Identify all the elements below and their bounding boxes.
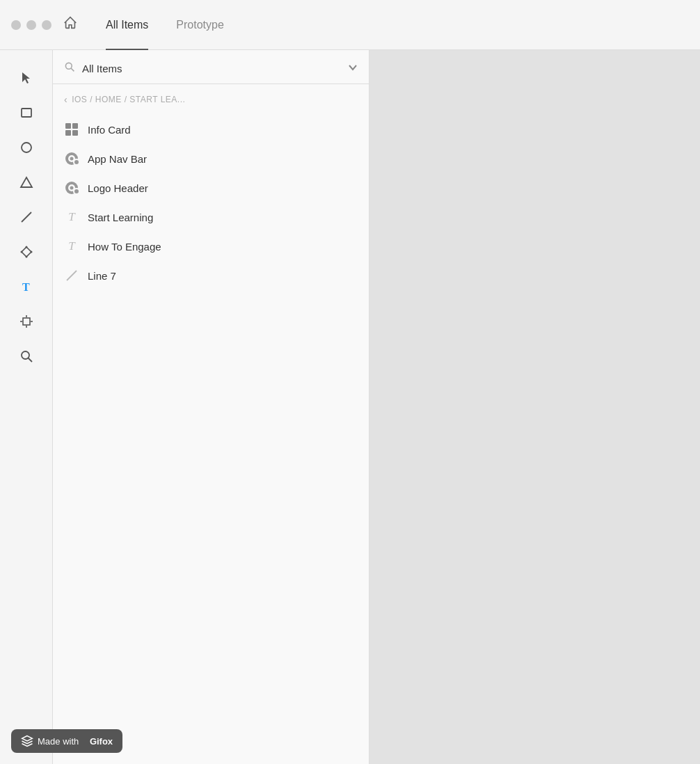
layer-name-how-to-engage: How To Engage	[88, 241, 161, 253]
left-toolbar: T	[0, 50, 53, 764]
svg-point-7	[25, 256, 27, 258]
artboard-tool[interactable]	[13, 308, 40, 335]
svg-point-17	[65, 63, 72, 69]
search-bar	[53, 50, 369, 84]
rectangle-tool[interactable]	[13, 99, 40, 127]
circle-tool[interactable]	[13, 134, 40, 161]
svg-rect-10	[23, 318, 30, 325]
layer-name-info-card: Info Card	[88, 124, 131, 136]
svg-point-15	[22, 351, 29, 359]
svg-point-8	[20, 251, 22, 253]
text-tool[interactable]: T	[13, 273, 40, 301]
svg-marker-3	[21, 177, 32, 187]
badge-prefix: Made with	[38, 736, 79, 747]
layer-icon-grid	[64, 122, 79, 137]
svg-text:T: T	[22, 281, 30, 293]
titlebar: All Items Prototype	[0, 0, 700, 50]
pen-tool[interactable]	[13, 238, 40, 266]
back-button[interactable]: ‹	[64, 94, 67, 105]
layer-icon-line	[64, 268, 79, 283]
main-layout: T	[0, 50, 700, 764]
layer-name-line-7: Line 7	[88, 270, 116, 282]
layers-list: Info Card App Nav Bar	[53, 115, 369, 290]
layer-item-line-7[interactable]: Line 7	[53, 261, 369, 290]
layers-panel: ‹ IOS / HOME / START LEA... Info Card	[53, 50, 369, 764]
tab-prototype[interactable]: Prototype	[162, 0, 237, 50]
svg-point-21	[70, 157, 74, 161]
svg-point-26	[74, 189, 79, 194]
layer-name-app-nav-bar: App Nav Bar	[88, 153, 147, 165]
svg-point-25	[70, 186, 74, 190]
breadcrumb-path: IOS / HOME / START LEA...	[72, 95, 185, 104]
layer-icon-text-2: T	[64, 239, 79, 254]
dropdown-icon[interactable]	[348, 63, 358, 74]
layer-item-start-learning[interactable]: T Start Learning	[53, 202, 369, 232]
svg-line-27	[67, 271, 77, 280]
svg-rect-1	[22, 109, 31, 117]
search-tool[interactable]	[13, 342, 40, 370]
maximize-dot[interactable]	[42, 20, 51, 30]
tab-bar: All Items Prototype	[92, 0, 238, 50]
svg-line-4	[22, 212, 31, 222]
line-tool[interactable]	[13, 203, 40, 231]
minimize-dot[interactable]	[26, 20, 36, 30]
tab-design[interactable]: All Items	[92, 0, 162, 50]
layer-icon-text-1: T	[64, 209, 79, 225]
gifox-badge: Made with Gifox	[11, 729, 122, 753]
search-input[interactable]	[82, 63, 341, 74]
svg-point-6	[30, 251, 32, 253]
svg-point-22	[74, 159, 79, 165]
search-icon	[64, 61, 75, 75]
window-controls	[11, 20, 51, 30]
svg-point-2	[22, 143, 31, 152]
layer-name-start-learning: Start Learning	[88, 212, 153, 223]
svg-line-16	[28, 358, 32, 363]
badge-brand: Gifox	[90, 736, 113, 747]
svg-line-18	[71, 68, 74, 71]
layer-item-how-to-engage[interactable]: T How To Engage	[53, 232, 369, 261]
breadcrumb: ‹ IOS / HOME / START LEA...	[53, 84, 369, 115]
svg-marker-0	[22, 72, 30, 83]
layer-item-logo-header[interactable]: Logo Header	[53, 173, 369, 202]
layer-item-info-card[interactable]: Info Card	[53, 115, 369, 144]
home-icon[interactable]	[63, 15, 78, 34]
select-tool[interactable]	[13, 64, 40, 92]
layer-icon-component-2	[64, 180, 79, 196]
canvas-area[interactable]	[369, 50, 700, 764]
svg-point-5	[25, 246, 27, 248]
layer-item-app-nav-bar[interactable]: App Nav Bar	[53, 144, 369, 173]
triangle-tool[interactable]	[13, 168, 40, 196]
close-dot[interactable]	[11, 20, 21, 30]
layer-icon-component-1	[64, 151, 79, 166]
layer-name-logo-header: Logo Header	[88, 182, 148, 194]
